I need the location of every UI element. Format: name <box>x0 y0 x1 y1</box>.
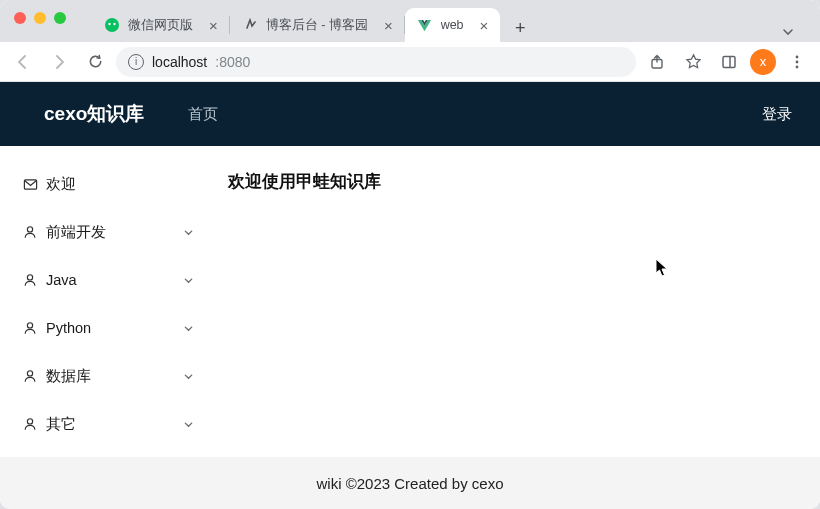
svg-point-7 <box>796 60 799 63</box>
user-icon <box>22 225 38 239</box>
svg-point-0 <box>105 18 119 32</box>
browser-tab-title: 微信网页版 <box>128 17 193 34</box>
chevron-down-icon <box>183 419 194 430</box>
cnblogs-icon <box>242 17 258 33</box>
sidebar-item-label: 欢迎 <box>46 175 76 194</box>
browser-tabs: 微信网页版 × 博客后台 - 博客园 × web × + <box>92 0 820 42</box>
svg-point-1 <box>108 23 110 25</box>
sidebar-item-python[interactable]: Python <box>0 304 212 352</box>
browser-tab[interactable]: 博客后台 - 博客园 × <box>230 8 405 42</box>
url-host: localhost <box>152 54 207 70</box>
tab-close-icon[interactable]: × <box>209 18 218 33</box>
sidebar-item-java[interactable]: Java <box>0 256 212 304</box>
svg-point-6 <box>796 55 799 58</box>
back-button[interactable] <box>8 47 38 77</box>
user-icon <box>22 417 38 431</box>
nav-login-link[interactable]: 登录 <box>762 105 792 124</box>
chevron-down-icon <box>183 323 194 334</box>
brand-title[interactable]: cexo知识库 <box>44 101 144 127</box>
user-icon <box>22 273 38 287</box>
sidebar-item-welcome[interactable]: 欢迎 <box>0 160 212 208</box>
sidebar-item-database[interactable]: 数据库 <box>0 352 212 400</box>
svg-point-2 <box>113 23 115 25</box>
sidebar-item-frontend[interactable]: 前端开发 <box>0 208 212 256</box>
svg-point-8 <box>796 65 799 68</box>
svg-point-11 <box>27 275 32 280</box>
nav-home-link[interactable]: 首页 <box>188 105 218 124</box>
wechat-icon <box>104 17 120 33</box>
sidebar-item-label: Java <box>46 272 77 288</box>
user-icon <box>22 321 38 335</box>
site-info-icon[interactable]: i <box>128 54 144 70</box>
sidebar-item-other[interactable]: 其它 <box>0 400 212 448</box>
window-minimize-button[interactable] <box>34 12 46 24</box>
mail-icon <box>22 177 38 192</box>
browser-toolbar: i localhost:8080 x <box>0 42 820 82</box>
page-footer: wiki ©2023 Created by cexo <box>0 457 820 509</box>
browser-menu-button[interactable] <box>782 47 812 77</box>
tab-close-icon[interactable]: × <box>384 18 393 33</box>
url-port: :8080 <box>215 54 250 70</box>
chevron-down-icon <box>183 371 194 382</box>
profile-avatar[interactable]: x <box>750 49 776 75</box>
svg-point-13 <box>27 371 32 376</box>
forward-button[interactable] <box>44 47 74 77</box>
browser-tab-title: web <box>441 18 464 32</box>
window-close-button[interactable] <box>14 12 26 24</box>
address-bar[interactable]: i localhost:8080 <box>116 47 636 77</box>
sidebar-item-label: 数据库 <box>46 367 91 386</box>
chevron-down-icon <box>183 275 194 286</box>
new-tab-button[interactable]: + <box>506 14 534 42</box>
user-icon <box>22 369 38 383</box>
browser-tab-active[interactable]: web × <box>405 8 501 42</box>
window-controls <box>14 12 66 24</box>
tab-close-icon[interactable]: × <box>480 18 489 33</box>
svg-rect-4 <box>723 56 735 67</box>
sidebar-item-label: 前端开发 <box>46 223 106 242</box>
app-topnav: cexo知识库 首页 登录 <box>0 82 820 146</box>
sidebar-item-label: Python <box>46 320 91 336</box>
chevron-down-icon <box>183 227 194 238</box>
browser-titlebar: 微信网页版 × 博客后台 - 博客园 × web × + <box>0 0 820 42</box>
sidebar: 欢迎 前端开发 Java Python <box>0 146 212 457</box>
bookmark-button[interactable] <box>678 47 708 77</box>
page: cexo知识库 首页 登录 欢迎 前端开发 Java <box>0 82 820 509</box>
share-button[interactable] <box>642 47 672 77</box>
tab-overflow-button[interactable] <box>772 22 804 42</box>
svg-point-10 <box>27 227 32 232</box>
footer-text: wiki ©2023 Created by cexo <box>317 475 504 492</box>
page-heading: 欢迎使用甲蛙知识库 <box>228 170 804 193</box>
sidebar-item-label: 其它 <box>46 415 76 434</box>
vue-icon <box>417 17 433 33</box>
main-content: 欢迎使用甲蛙知识库 <box>212 146 820 457</box>
window-zoom-button[interactable] <box>54 12 66 24</box>
browser-tab-title: 博客后台 - 博客园 <box>266 17 368 34</box>
reload-button[interactable] <box>80 47 110 77</box>
side-panel-button[interactable] <box>714 47 744 77</box>
browser-tab[interactable]: 微信网页版 × <box>92 8 230 42</box>
svg-point-14 <box>27 419 32 424</box>
svg-point-12 <box>27 323 32 328</box>
